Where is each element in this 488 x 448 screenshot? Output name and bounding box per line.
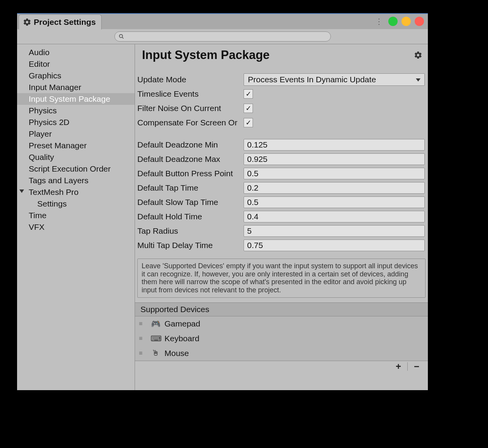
titlebar: Project Settings ⋮ (17, 14, 428, 29)
sidebar-item-quality[interactable]: Quality (17, 151, 135, 163)
sidebar-item-preset-manager[interactable]: Preset Manager (17, 140, 135, 151)
window-controls: ⋮ (375, 17, 424, 26)
row-tap-radius: Tap Radius (137, 224, 426, 238)
supported-devices-footer: + − (135, 361, 428, 372)
filter-noise-checkbox[interactable]: ✓ (244, 104, 253, 113)
sidebar-item-label: Time (29, 211, 47, 220)
multi-tap-field[interactable] (244, 240, 425, 251)
row-tap-time: Default Tap Time (137, 181, 426, 195)
sidebar-item-time[interactable]: Time (17, 210, 135, 221)
device-label: Mouse (164, 349, 189, 358)
hold-time-field[interactable] (244, 211, 425, 222)
row-press-point: Default Button Press Point (137, 166, 426, 181)
sidebar-item-physics[interactable]: Physics (17, 105, 135, 116)
add-device-button[interactable]: + (391, 361, 406, 372)
window-minimize-button[interactable] (388, 17, 398, 26)
press-point-field[interactable] (244, 168, 425, 179)
sidebar-item-textmesh-pro[interactable]: TextMesh Pro (17, 186, 135, 198)
sidebar-item-label: Physics 2D (29, 118, 69, 127)
sidebar-item-label: Player (29, 129, 52, 139)
compensate-checkbox[interactable]: ✓ (244, 118, 253, 127)
properties-panel: Update Mode Process Events In Dynamic Up… (135, 64, 428, 255)
sidebar-item-physics-2d[interactable]: Physics 2D (17, 116, 135, 128)
search-icon (119, 34, 124, 39)
supported-devices-list: ≡🎮Gamepad≡⌨Keyboard≡🖱Mouse (135, 316, 428, 361)
settings-gear-icon[interactable] (414, 51, 422, 59)
device-row-mouse[interactable]: ≡🖱Mouse (135, 346, 428, 361)
sidebar-item-label: Physics (29, 106, 57, 115)
sidebar-item-player[interactable]: Player (17, 128, 135, 140)
content-header: Input System Package (135, 44, 428, 64)
tab-project-settings[interactable]: Project Settings (19, 14, 102, 30)
supported-devices-help: Leave 'Supported Devices' empty if you w… (137, 259, 426, 298)
row-multi-tap: Multi Tap Delay Time (137, 238, 426, 252)
kebab-menu-icon[interactable]: ⋮ (375, 17, 382, 26)
tap-radius-field[interactable] (244, 225, 425, 237)
window-body: AudioEditorGraphicsInput ManagerInput Sy… (17, 44, 428, 390)
drag-handle-icon[interactable]: ≡ (139, 350, 147, 357)
window-close-button[interactable] (415, 17, 424, 26)
label-deadzone-max: Default Deadzone Max (137, 155, 244, 164)
sidebar-item-editor[interactable]: Editor (17, 58, 135, 70)
device-row-keyboard[interactable]: ≡⌨Keyboard (135, 331, 428, 346)
label-multi-tap: Multi Tap Delay Time (137, 241, 244, 250)
tap-time-field[interactable] (244, 182, 425, 194)
gear-icon (23, 18, 31, 26)
sidebar-item-label: Preset Manager (29, 141, 87, 150)
page-title: Input System Package (142, 48, 270, 62)
keyboard-icon: ⌨ (151, 334, 161, 343)
label-filter-noise: Filter Noise On Current (137, 104, 244, 113)
sidebar-item-label: Tags and Layers (29, 176, 88, 185)
sidebar-item-script-execution-order[interactable]: Script Execution Order (17, 163, 135, 175)
label-timeslice: Timeslice Events (137, 89, 244, 99)
settings-content: Input System Package Update Mode Process… (135, 44, 428, 390)
footer-separator (407, 362, 408, 371)
slow-tap-field[interactable] (244, 196, 425, 208)
row-timeslice: Timeslice Events ✓ (137, 87, 426, 101)
sidebar-item-input-system-package[interactable]: Input System Package (17, 93, 135, 105)
drag-handle-icon[interactable]: ≡ (139, 335, 147, 342)
device-label: Gamepad (164, 319, 200, 328)
search-input[interactable] (114, 31, 331, 42)
label-hold-time: Default Hold Time (137, 212, 244, 221)
row-update-mode: Update Mode Process Events In Dynamic Up… (137, 72, 426, 87)
sidebar-item-graphics[interactable]: Graphics (17, 70, 135, 82)
sidebar-item-label: Input System Package (29, 94, 110, 104)
sidebar-item-settings[interactable]: Settings (17, 198, 135, 210)
mouse-icon: 🖱 (151, 349, 161, 358)
sidebar-item-label: Script Execution Order (29, 164, 111, 174)
update-mode-dropdown[interactable]: Process Events In Dynamic Update (244, 73, 425, 86)
row-hold-time: Default Hold Time (137, 209, 426, 224)
sidebar-item-label: TextMesh Pro (29, 188, 78, 197)
label-update-mode: Update Mode (137, 75, 244, 84)
sidebar-item-label: Graphics (29, 71, 61, 80)
deadzone-min-field[interactable] (244, 139, 425, 151)
row-filter-noise: Filter Noise On Current ✓ (137, 101, 426, 115)
project-settings-window: Project Settings ⋮ AudioEditorGraphicsIn… (17, 13, 428, 390)
label-compensate: Compensate For Screen Or (137, 118, 244, 127)
search-bar-row (17, 29, 428, 44)
sidebar-item-label: Audio (29, 48, 50, 57)
row-deadzone-max: Default Deadzone Max (137, 152, 426, 166)
window-maximize-button[interactable] (401, 17, 411, 26)
drag-handle-icon[interactable]: ≡ (139, 320, 147, 327)
sidebar-item-vfx[interactable]: VFX (17, 221, 135, 233)
svg-point-0 (119, 35, 122, 38)
chevron-down-icon[interactable] (19, 189, 24, 193)
sidebar-item-label: Input Manager (29, 83, 81, 92)
settings-sidebar: AudioEditorGraphicsInput ManagerInput Sy… (17, 44, 135, 390)
label-tap-time: Default Tap Time (137, 183, 244, 193)
remove-device-button[interactable]: − (409, 361, 424, 372)
row-compensate: Compensate For Screen Or ✓ (137, 115, 426, 130)
svg-line-1 (122, 37, 123, 39)
tab-label: Project Settings (34, 17, 96, 27)
sidebar-item-tags-and-layers[interactable]: Tags and Layers (17, 175, 135, 186)
sidebar-item-audio[interactable]: Audio (17, 47, 135, 58)
device-label: Keyboard (164, 334, 199, 343)
timeslice-checkbox[interactable]: ✓ (244, 89, 253, 99)
device-row-gamepad[interactable]: ≡🎮Gamepad (135, 316, 428, 331)
deadzone-max-field[interactable] (244, 153, 425, 165)
sidebar-item-label: Editor (29, 59, 50, 69)
sidebar-item-input-manager[interactable]: Input Manager (17, 82, 135, 93)
supported-devices-header: Supported Devices (135, 302, 428, 316)
